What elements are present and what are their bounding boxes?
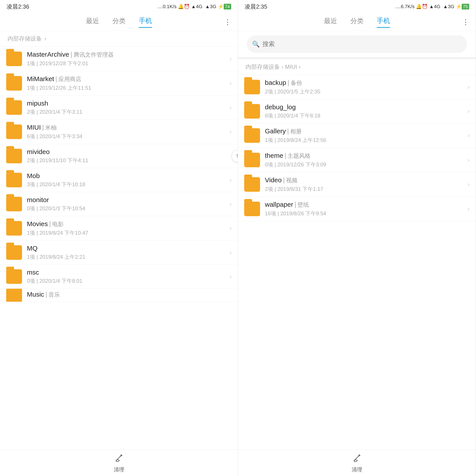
folder-icon xyxy=(6,289,22,302)
file-meta: 1项 | 2019/8/24 上午2:21 xyxy=(27,254,227,260)
file-meta: 6项 | 2020/1/4 下午3:34 xyxy=(27,133,227,140)
file-name: mivideo xyxy=(27,148,232,155)
file-info: MasterArchive|腾讯文件管理器 1项 | 2019/12/28 下午… xyxy=(27,51,227,67)
file-meta: 2项 | 2020/1/5 上午2:35 xyxy=(265,88,465,95)
list-item[interactable]: backup|备份 2项 | 2020/1/5 上午2:35 › xyxy=(238,75,476,99)
right-clean-label: 清理 xyxy=(352,466,362,473)
path-section-divider xyxy=(238,57,476,59)
chevron-right-icon: › xyxy=(468,132,470,139)
folder-icon xyxy=(244,202,260,216)
list-item[interactable]: Mob 3项 | 2020/1/4 下午10:18 › xyxy=(0,168,238,192)
left-breadcrumb: 内部存储设备 › xyxy=(0,31,238,47)
chevron-right-icon: › xyxy=(230,176,232,184)
chevron-right-icon: › xyxy=(230,55,232,62)
list-item[interactable]: mipush 2项 | 2020/1/4 下午3:11 › xyxy=(0,96,238,120)
right-tab-category[interactable]: 分类 xyxy=(350,17,364,27)
file-name: MiMarket|应用商店 xyxy=(27,75,227,83)
file-meta: 2项 | 2019/8/31 下午1:17 xyxy=(265,186,465,193)
left-tab-more[interactable]: ⋮ xyxy=(224,18,231,26)
file-info: Gallery|相册 1项 | 2019/8/24 上午12:56 xyxy=(265,127,465,144)
file-name: monitor xyxy=(27,196,227,204)
list-item[interactable]: Video|视频 2项 | 2019/8/31 下午1:17 › xyxy=(238,172,476,197)
right-tab-more[interactable]: ⋮ xyxy=(462,18,469,26)
left-status-icons: ....0.1K/s 🔔⏰ ▲4G ▲3G ⚡74 xyxy=(157,4,231,9)
list-item[interactable]: debug_log 6项 | 2020/1/4 下午8:18 › xyxy=(238,99,476,123)
file-info: Mob 3项 | 2020/1/4 下午10:18 xyxy=(27,172,227,188)
list-item[interactable]: Movies|电影 1项 | 2019/8/24 下午10:47 › xyxy=(0,216,238,241)
folder-icon xyxy=(244,153,260,167)
broom-icon xyxy=(114,453,124,465)
right-breadcrumb-text: 内部存储设备 › MIUI › xyxy=(245,63,301,71)
folder-icon xyxy=(6,124,22,139)
file-meta: 0项 | 2020/1/4 下午8:01 xyxy=(27,277,227,285)
right-panel: 凌晨2:35 ....6.7K/s 🔔⏰ ▲4G ▲3G ⚡75 最近 分类 手… xyxy=(238,0,476,476)
file-meta: 1项 | 2019/8/24 上午12:56 xyxy=(265,137,465,144)
file-meta: 6项 | 2020/1/4 下午8:18 xyxy=(265,112,465,119)
file-meta: 1项 | 2019/8/24 下午10:47 xyxy=(27,229,227,237)
file-meta: 16项 | 2019/8/26 下午9:54 xyxy=(265,210,465,217)
list-item[interactable]: MiMarket|应用商店 1项 | 2019/12/26 上午11:51 › xyxy=(0,71,238,96)
chevron-right-icon: › xyxy=(468,205,470,212)
right-status-time: 凌晨2:35 xyxy=(245,3,267,11)
left-bottom-bar: 清理 xyxy=(0,450,238,476)
file-name: wallpaper|壁纸 xyxy=(265,201,465,209)
chevron-right-icon: › xyxy=(230,273,232,280)
file-info: msc 0项 | 2020/1/4 下午8:01 xyxy=(27,269,227,285)
list-item[interactable]: MasterArchive|腾讯文件管理器 1项 | 2019/12/28 下午… xyxy=(0,47,238,71)
search-input[interactable] xyxy=(262,41,462,48)
list-item[interactable]: Music|音乐 xyxy=(0,289,238,302)
right-tab-phone[interactable]: 手机 xyxy=(377,16,390,28)
list-item[interactable]: msc 0项 | 2020/1/4 下午8:01 › xyxy=(0,265,238,289)
left-panel: 凌晨2:36 ....0.1K/s 🔔⏰ ▲4G ▲3G ⚡74 最近 分类 手… xyxy=(0,0,238,476)
file-name: Mob xyxy=(27,172,227,180)
right-status-bar: 凌晨2:35 ....6.7K/s 🔔⏰ ▲4G ▲3G ⚡75 xyxy=(238,0,476,13)
file-name: debug_log xyxy=(265,103,465,111)
file-meta: 0项 | 2020/1/3 下午10:54 xyxy=(27,205,227,212)
file-name: Gallery|相册 xyxy=(265,127,465,135)
right-tab-recent[interactable]: 最近 xyxy=(324,17,337,27)
left-tab-phone[interactable]: 手机 xyxy=(139,16,152,28)
list-item[interactable]: monitor 0项 | 2020/1/3 下午10:54 › xyxy=(0,192,238,216)
file-name: MasterArchive|腾讯文件管理器 xyxy=(27,51,227,59)
left-network-speed: ....0.1K/s xyxy=(157,4,176,9)
list-item[interactable]: mivideo 2项 | 2019/11/10 下午4:11 ⇅ xyxy=(0,144,238,168)
chevron-right-icon: › xyxy=(230,225,232,232)
left-tab-bar: 最近 分类 手机 ⋮ xyxy=(0,13,238,31)
list-item[interactable]: wallpaper|壁纸 16项 | 2019/8/26 下午9:54 › xyxy=(238,197,476,221)
left-breadcrumb-text: 内部存储设备 xyxy=(7,35,42,43)
file-info: mipush 2项 | 2020/1/4 下午3:11 xyxy=(27,100,227,116)
folder-icon xyxy=(244,104,260,119)
chevron-right-icon: › xyxy=(468,181,470,188)
list-item[interactable]: MQ 1项 | 2019/8/24 上午2:21 › xyxy=(0,241,238,265)
folder-icon xyxy=(6,221,22,236)
file-info: MiMarket|应用商店 1项 | 2019/12/26 上午11:51 xyxy=(27,75,227,91)
file-name: Music|音乐 xyxy=(27,291,232,299)
file-name: msc xyxy=(27,269,227,276)
right-signal-icons: 🔔⏰ ▲4G ▲3G ⚡75 xyxy=(416,4,469,9)
file-name: Movies|电影 xyxy=(27,220,227,228)
list-item[interactable]: Gallery|相册 1项 | 2019/8/24 上午12:56 › xyxy=(238,123,476,148)
list-item[interactable]: theme|主题风格 0项 | 2019/12/26 下午3:09 › xyxy=(238,148,476,172)
file-info: debug_log 6项 | 2020/1/4 下午8:18 xyxy=(265,103,465,119)
list-item[interactable]: MIUI|米柚 6项 | 2020/1/4 下午3:34 › xyxy=(0,120,238,144)
left-clean-button[interactable]: 清理 xyxy=(114,453,124,473)
file-name: MIUI|米柚 xyxy=(27,124,227,132)
chevron-right-icon: › xyxy=(468,108,470,115)
folder-icon xyxy=(6,149,22,163)
chevron-right-icon: › xyxy=(468,84,470,91)
left-tab-recent[interactable]: 最近 xyxy=(86,17,99,27)
file-info: Movies|电影 1项 | 2019/8/24 下午10:47 xyxy=(27,220,227,237)
file-meta: 3项 | 2020/1/4 下午10:18 xyxy=(27,181,227,188)
chevron-right-icon: › xyxy=(230,128,232,135)
scroll-handle[interactable]: ⇅ xyxy=(232,150,238,162)
file-meta: 0项 | 2019/12/26 下午3:09 xyxy=(265,161,465,168)
right-network-speed: ....6.7K/s xyxy=(395,4,414,9)
chevron-right-icon: › xyxy=(230,201,232,208)
folder-icon xyxy=(6,76,22,91)
right-bottom-bar: 清理 xyxy=(238,450,476,476)
chevron-right-icon: › xyxy=(230,249,232,256)
right-clean-button[interactable]: 清理 xyxy=(352,453,362,473)
search-bar[interactable]: 🔍 xyxy=(247,35,467,53)
folder-icon xyxy=(6,51,22,66)
left-tab-category[interactable]: 分类 xyxy=(112,17,126,27)
